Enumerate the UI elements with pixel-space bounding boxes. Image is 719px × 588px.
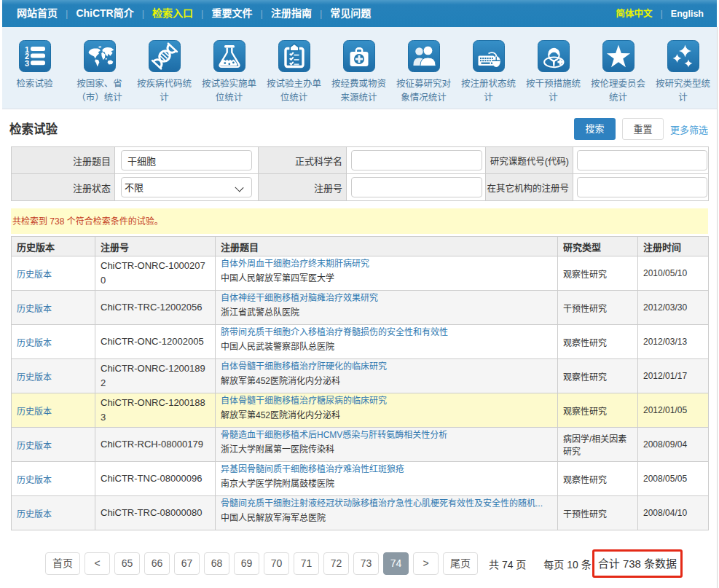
svg-text:3: 3 [25, 59, 29, 68]
